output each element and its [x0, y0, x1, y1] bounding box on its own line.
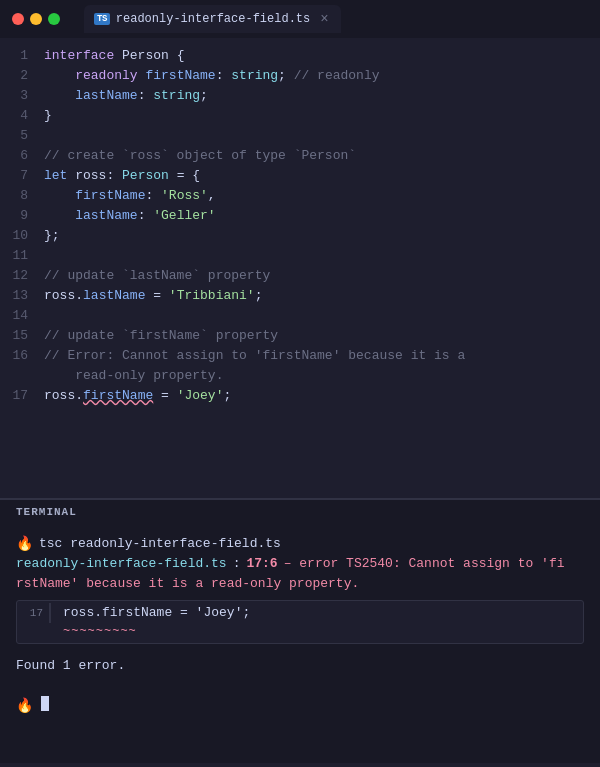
line-number: 2 — [0, 66, 44, 86]
terminal-filename: readonly-interface-field.ts — [16, 554, 227, 574]
line-content: lastName: 'Geller' — [44, 206, 600, 226]
terminal-found-text: Found 1 error. — [16, 656, 125, 676]
line-content: ross.firstName = 'Joey'; — [44, 386, 600, 406]
terminal-code-linenum: 17 — [25, 603, 43, 623]
tab-readonly-interface-field[interactable]: TS readonly-interface-field.ts × — [84, 5, 341, 33]
tab-bar: TS readonly-interface-field.ts × — [84, 5, 341, 33]
line-10: 10 }; — [0, 226, 600, 246]
line-6: 6 // create `ross` object of type `Perso… — [0, 146, 600, 166]
line-number: 10 — [0, 226, 44, 246]
terminal-line-col: 17:6 — [246, 554, 277, 574]
terminal-error-msg: – error TS2540: Cannot assign to 'fi — [284, 554, 565, 574]
tab-filename: readonly-interface-field.ts — [116, 12, 310, 26]
line-5: 5 — [0, 126, 600, 146]
line-13: 13 ross.lastName = 'Tribbiani'; — [0, 286, 600, 306]
line-content: firstName: 'Ross', — [44, 186, 600, 206]
terminal-found-line: Found 1 error. — [16, 650, 584, 676]
terminal-header: TERMINAL — [0, 499, 600, 524]
terminal-code-text: ross.firstName = 'Joey'; — [63, 603, 250, 622]
terminal-code-block: 17 ross.firstName = 'Joey'; ~~~~~~~~~ — [16, 600, 584, 644]
line-number: 3 — [0, 86, 44, 106]
line-number: 17 — [0, 386, 44, 406]
terminal-prompt-line: 🔥 — [16, 696, 584, 716]
terminal-command: tsc readonly-interface-field.ts — [39, 534, 281, 554]
line-11: 11 — [0, 246, 600, 266]
line-9: 9 lastName: 'Geller' — [0, 206, 600, 226]
fire-icon-prompt: 🔥 — [16, 696, 33, 716]
close-button[interactable] — [12, 13, 24, 25]
line-number: 16 — [0, 346, 44, 366]
terminal-colon1: : — [233, 554, 241, 574]
line-number: 12 — [0, 266, 44, 286]
line-16-cont: read-only property. — [0, 366, 600, 386]
line-content: interface Person { — [44, 46, 600, 66]
line-content: ross.lastName = 'Tribbiani'; — [44, 286, 600, 306]
line-3: 3 lastName: string; — [0, 86, 600, 106]
line-content — [44, 126, 600, 146]
line-number: 14 — [0, 306, 44, 326]
maximize-button[interactable] — [48, 13, 60, 25]
line-number: 5 — [0, 126, 44, 146]
line-number: 4 — [0, 106, 44, 126]
line-content: // create `ross` object of type `Person` — [44, 146, 600, 166]
terminal-label: TERMINAL — [16, 506, 77, 518]
code-editor: 1 interface Person { 2 readonly firstNam… — [0, 38, 600, 498]
line-number: 11 — [0, 246, 44, 266]
line-content: let ross: Person = { — [44, 166, 600, 186]
line-number: 6 — [0, 146, 44, 166]
line-content: // update `lastName` property — [44, 266, 600, 286]
line-7: 7 let ross: Person = { — [0, 166, 600, 186]
line-number: 7 — [0, 166, 44, 186]
traffic-lights — [12, 13, 60, 25]
line-number: 9 — [0, 206, 44, 226]
line-content: lastName: string; — [44, 86, 600, 106]
typescript-icon: TS — [94, 13, 110, 25]
line-2: 2 readonly firstName: string; // readonl… — [0, 66, 600, 86]
terminal-command-line: 🔥 tsc readonly-interface-field.ts — [16, 534, 584, 554]
line-content — [44, 246, 600, 266]
line-content: // update `firstName` property — [44, 326, 600, 346]
line-content — [44, 306, 600, 326]
terminal[interactable]: 🔥 tsc readonly-interface-field.ts readon… — [0, 524, 600, 763]
terminal-blank — [16, 676, 584, 696]
terminal-error-line-cont: rstName' because it is a read-only prope… — [16, 574, 584, 594]
terminal-error-msg-cont: rstName' because it is a read-only prope… — [16, 574, 359, 594]
line-16: 16 // Error: Cannot assign to 'firstName… — [0, 346, 600, 366]
line-content: } — [44, 106, 600, 126]
terminal-error-line: readonly-interface-field.ts:17:6 – error… — [16, 554, 584, 574]
line-4: 4 } — [0, 106, 600, 126]
tab-close-icon[interactable]: × — [320, 11, 328, 27]
line-1: 1 interface Person { — [0, 46, 600, 66]
line-number: 1 — [0, 46, 44, 66]
line-15: 15 // update `firstName` property — [0, 326, 600, 346]
line-number: 15 — [0, 326, 44, 346]
line-8: 8 firstName: 'Ross', — [0, 186, 600, 206]
line-number: 13 — [0, 286, 44, 306]
terminal-wavy-indicator: ~~~~~~~~~ — [63, 622, 250, 641]
line-number: 8 — [0, 186, 44, 206]
line-14: 14 — [0, 306, 600, 326]
minimize-button[interactable] — [30, 13, 42, 25]
fire-icon: 🔥 — [16, 534, 33, 554]
terminal-cursor — [41, 696, 49, 711]
line-content: // Error: Cannot assign to 'firstName' b… — [44, 346, 600, 366]
line-content: read-only property. — [44, 366, 600, 386]
line-12: 12 // update `lastName` property — [0, 266, 600, 286]
line-content: readonly firstName: string; // readonly — [44, 66, 600, 86]
line-content: }; — [44, 226, 600, 246]
titlebar: TS readonly-interface-field.ts × — [0, 0, 600, 38]
line-17: 17 ross.firstName = 'Joey'; — [0, 386, 600, 406]
